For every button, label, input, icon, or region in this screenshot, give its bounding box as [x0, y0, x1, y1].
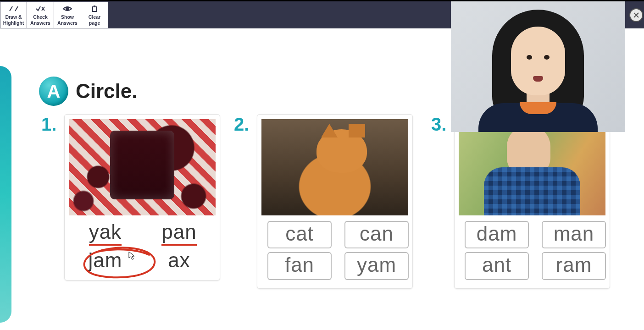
presenter-video	[451, 1, 625, 132]
tool-label: Clearpage	[89, 14, 100, 25]
section-header: A Circle.	[39, 77, 138, 106]
question-image-cat	[261, 119, 408, 215]
word-option[interactable]: ax	[168, 249, 190, 271]
show-answers-button[interactable]: ShowAnswers	[54, 1, 81, 28]
draw-highlight-button[interactable]: Draw &Highlight	[0, 1, 27, 28]
tool-label: Draw &Highlight	[3, 14, 24, 25]
clear-page-button[interactable]: Clearpage	[81, 1, 108, 28]
word-text: jam	[89, 249, 122, 271]
tool-label: CheckAnswers	[30, 14, 50, 25]
word-option[interactable]: dam	[465, 221, 529, 248]
word-option[interactable]: can	[344, 221, 409, 248]
page-tab-decoration	[0, 66, 11, 323]
word-option[interactable]: ant	[465, 252, 529, 280]
section-title: Circle.	[76, 80, 138, 103]
question-card: dam man ant ram	[454, 114, 610, 289]
word-options: yak pan jam ax	[65, 221, 220, 272]
word-option[interactable]: yak	[89, 221, 122, 246]
question-image-man	[459, 119, 605, 215]
cursor-icon	[128, 251, 136, 260]
word-options: cat can fan yam	[257, 221, 412, 280]
question-3: 3. dam man ant ram	[431, 114, 610, 289]
question-2: 2. cat can fan yam	[234, 114, 413, 289]
check-answers-button[interactable]: CheckAnswers	[27, 1, 54, 28]
word-option[interactable]: fan	[267, 252, 332, 280]
word-option[interactable]: yam	[344, 252, 409, 280]
question-card: cat can fan yam	[257, 114, 413, 289]
tool-label: ShowAnswers	[57, 14, 78, 25]
word-option[interactable]: man	[542, 221, 606, 248]
svg-point-0	[66, 7, 69, 10]
question-number: 1.	[41, 114, 56, 135]
word-option[interactable]: jam	[89, 249, 122, 271]
question-image-jam	[69, 119, 216, 215]
word-option[interactable]: cat	[267, 221, 332, 248]
pencil-icon	[9, 4, 19, 13]
word-options: dam man ant ram	[455, 221, 610, 280]
question-number: 2.	[234, 114, 249, 135]
section-badge: A	[39, 77, 68, 106]
word-option[interactable]: ram	[542, 252, 606, 280]
question-number: 3.	[431, 114, 446, 135]
eye-icon	[62, 4, 72, 13]
question-card: yak pan jam ax	[64, 114, 220, 280]
close-button[interactable]	[629, 8, 643, 22]
word-option[interactable]: pan	[161, 221, 196, 246]
check-x-icon	[35, 4, 45, 13]
trash-icon	[90, 4, 99, 13]
